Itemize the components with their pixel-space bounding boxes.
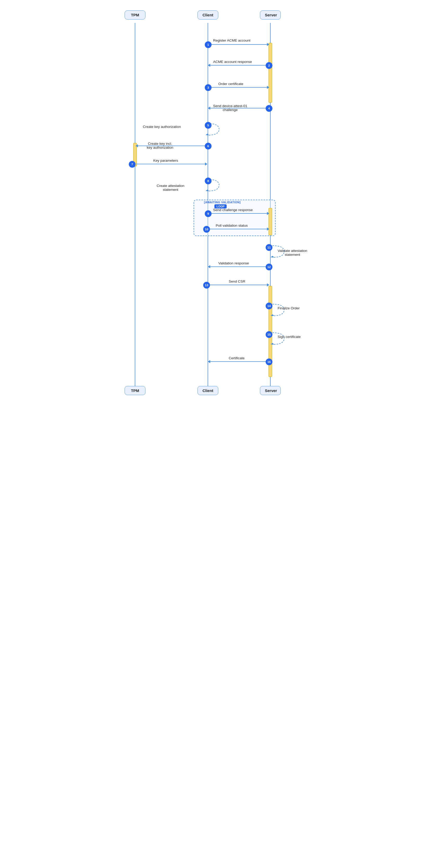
step-circle-2: 2 [266, 62, 273, 69]
label-step4: Send device-attest-01 challenge [213, 100, 247, 112]
sequence-diagram: TPM Client Server Register ACME account … [109, 5, 312, 408]
step-circle-8: 8 [205, 178, 212, 184]
label-step7: Key parameters [153, 159, 178, 162]
label-step3: Order certificate [218, 82, 243, 86]
label-step13: Send CSR [229, 279, 245, 283]
actor-tpm-bottom: TPM [124, 386, 145, 395]
actor-client-top: Client [197, 10, 218, 20]
arrow-step1 [208, 44, 269, 45]
step-circle-11: 11 [266, 244, 273, 251]
step-circle-14: 14 [266, 303, 273, 309]
label-step5: Create key authorization [143, 125, 181, 129]
arrow-step3 [208, 87, 269, 88]
step-circle-16: 16 [266, 359, 273, 365]
svg-marker-3 [271, 314, 274, 316]
label-step9: Send challenge response [213, 208, 253, 212]
actor-client-bottom: Client [197, 386, 218, 395]
step-circle-4: 4 [266, 105, 273, 112]
arrow-step10 [208, 229, 269, 229]
label-step15: Sign certificate [278, 335, 301, 339]
label-step6: Create key incl. key authorization [147, 138, 173, 150]
loop-title: [AWAITING VALIDATION] [204, 201, 241, 204]
step-circle-10: 10 [203, 226, 210, 232]
arrow-step12 [208, 267, 269, 267]
label-step11: Validate attestation statement [278, 245, 307, 256]
label-step2: ACME account response [213, 60, 252, 64]
arrow-step13 [208, 285, 269, 285]
step-circle-1: 1 [205, 41, 212, 48]
activation-server-1 [269, 43, 272, 103]
step-circle-9: 9 [205, 210, 212, 217]
step-circle-6: 6 [205, 143, 212, 150]
label-step16: Certificate [229, 356, 245, 360]
svg-marker-4 [271, 343, 274, 344]
label-step8: Create attestation statement [157, 180, 185, 192]
step-circle-3: 3 [205, 84, 212, 91]
label-step1: Register ACME account [213, 38, 250, 42]
arrow-step16 [208, 361, 269, 362]
step-circle-5: 5 [205, 122, 212, 129]
lifeline-tpm [135, 23, 135, 395]
arrow-step9 [208, 213, 269, 214]
actor-server-bottom: Server [260, 386, 281, 395]
step-circle-15: 15 [266, 331, 273, 338]
actor-tpm-top: TPM [124, 10, 145, 20]
step-circle-7: 7 [129, 161, 136, 168]
step-circle-12: 12 [266, 264, 273, 270]
svg-marker-1 [205, 189, 209, 191]
step-circle-13: 13 [203, 282, 210, 288]
arrow-step2 [208, 65, 269, 65]
label-step14: Finalize Order [278, 306, 300, 310]
svg-marker-0 [205, 134, 209, 135]
arrow-step7 [136, 164, 207, 164]
svg-marker-2 [271, 256, 274, 257]
actor-server-top: Server [260, 10, 281, 20]
label-step12: Validation response [218, 261, 249, 265]
loop-label: LOOP [215, 204, 227, 209]
label-step10: Poll validation status [216, 223, 248, 227]
